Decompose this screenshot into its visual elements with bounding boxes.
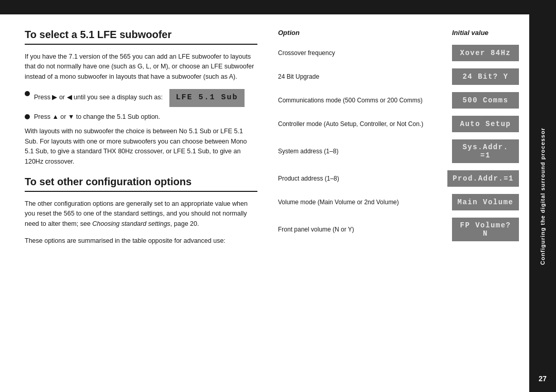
- option-label-2: Communications mode (500 Comms or 200 Co…: [278, 96, 452, 105]
- option-row-0: Crossover frequency Xover 84Hz: [278, 45, 519, 61]
- value-display-2: 500 Comms: [452, 92, 519, 109]
- value-display-3: Auto Setup: [452, 116, 519, 132]
- section1-body2: With layouts with no subwoofer the choic…: [25, 127, 257, 167]
- value-display-4: Sys.Addr. =1: [452, 139, 519, 163]
- option-label-4: System address (1–8): [278, 147, 452, 156]
- value-display-1: 24 Bit? Y: [452, 68, 519, 85]
- right-sidebar: Configuring the digital surround process…: [529, 0, 556, 392]
- section1-heading: To select a 5.1 LFE subwoofer: [25, 29, 257, 45]
- option-label-6: Volume mode (Main Volume or 2nd Volume): [278, 198, 452, 207]
- header-initial-value: Initial value: [452, 29, 519, 37]
- section2-body1-rest: , page 20.: [170, 220, 199, 227]
- option-row-3: Controller mode (Auto Setup, Controller,…: [278, 116, 519, 132]
- right-column: Option Initial value Crossover frequency…: [273, 14, 529, 392]
- option-label-1: 24 Bit Upgrade: [278, 73, 452, 81]
- bullet2: Press or to change the 5.1 Sub option.: [25, 112, 257, 122]
- section2-body2: These options are summarised in the tabl…: [25, 236, 257, 246]
- bullet-dot-2: [25, 114, 30, 119]
- value-display-7: FP Volume? N: [452, 218, 519, 241]
- tri-right-icon: [52, 94, 57, 101]
- section2-body1-italic: Choosing standard settings: [92, 220, 170, 227]
- value-display-0: Xover 84Hz: [452, 45, 519, 61]
- page-number: 27: [529, 375, 556, 383]
- bullet2-content: Press or to change the 5.1 Sub option.: [34, 112, 257, 122]
- value-display-6: Main Volume: [452, 194, 519, 210]
- option-row-6: Volume mode (Main Volume or 2nd Volume) …: [278, 194, 519, 210]
- section1-body1: If you have the 7.1 version of the 565 y…: [25, 52, 257, 82]
- option-row-2: Communications mode (500 Comms or 200 Co…: [278, 92, 519, 109]
- main-content: To select a 5.1 LFE subwoofer If you hav…: [0, 14, 529, 392]
- section-config-options: To set other configuration options The o…: [25, 176, 257, 246]
- option-row-4: System address (1–8) Sys.Addr. =1: [278, 139, 519, 163]
- left-column: To select a 5.1 LFE subwoofer If you hav…: [0, 14, 273, 392]
- top-bar: [0, 0, 556, 14]
- tri-up-icon: [52, 113, 58, 120]
- value-display-5: Prod.Addr.=1: [447, 170, 519, 187]
- option-label-5: Product address (1–8): [278, 174, 447, 183]
- tri-left-icon: [67, 94, 72, 101]
- lcd-display-lfe: LFE 5.1 Sub: [169, 89, 244, 107]
- option-label-0: Crossover frequency: [278, 49, 452, 58]
- option-row-7: Front panel volume (N or Y) FP Volume? N: [278, 218, 519, 241]
- option-label-7: Front panel volume (N or Y): [278, 225, 452, 234]
- sidebar-text: Configuring the digital surround process…: [539, 128, 546, 265]
- section2-heading: To set other configuration options: [25, 176, 257, 192]
- bullet1: Press or until you see a display such as…: [25, 89, 257, 107]
- section-lfe-subwoofer: To select a 5.1 LFE subwoofer If you hav…: [25, 29, 257, 167]
- bullet-dot-1: [25, 91, 30, 96]
- option-rows: Crossover frequency Xover 84Hz 24 Bit Up…: [278, 45, 519, 241]
- tri-down-icon: [68, 113, 74, 120]
- option-row-1: 24 Bit Upgrade 24 Bit? Y: [278, 68, 519, 85]
- header-option: Option: [278, 29, 452, 37]
- option-header: Option Initial value: [278, 29, 519, 38]
- bullet1-content: Press or until you see a display such as…: [34, 89, 257, 107]
- option-label-3: Controller mode (Auto Setup, Controller,…: [278, 120, 452, 129]
- option-row-5: Product address (1–8) Prod.Addr.=1: [278, 170, 519, 187]
- section2-body1: The other configuration options are gene…: [25, 199, 257, 229]
